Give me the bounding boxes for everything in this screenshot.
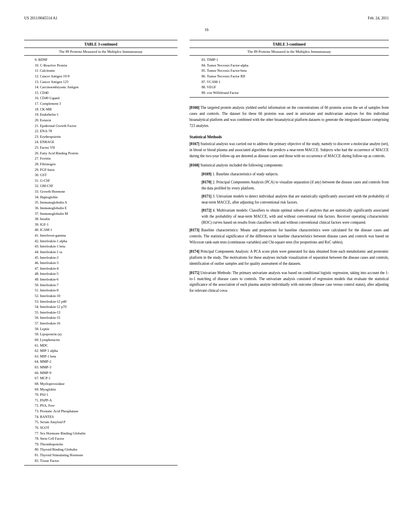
list-item: 76. SGOT: [27, 425, 175, 431]
list-item: 31. G-CSF: [27, 178, 175, 184]
list-item: 44. Interleukin-1 ra: [27, 249, 175, 255]
list-item: 75. Serum Amyloid P: [27, 420, 175, 425]
list-item: 71. PAPP-A: [27, 398, 175, 403]
list-item: 73. Prostatic Acid Phosphatase: [27, 409, 175, 414]
list-item: 30. GST: [27, 172, 175, 178]
paragraph: [0169] 1. Baseline characteristics of st…: [202, 171, 389, 177]
list-item: 22. ENA-78: [27, 129, 175, 134]
list-item: 32. GM-CSF: [27, 183, 175, 189]
paragraph: [0173] Baseline characteristics: Means a…: [190, 227, 389, 245]
list-item: 38. Insulin: [27, 216, 175, 222]
list-item: 54. Interleukin-12 p70: [27, 304, 175, 310]
header-right: Feb. 24, 2011: [368, 16, 389, 20]
list-item: 11. Calcitonin: [27, 68, 175, 74]
list-item: 53. Interleukin-12 p40: [27, 299, 175, 305]
list-item: 51. Interleukin-8: [27, 288, 175, 293]
list-item: 39. IGF-1: [27, 222, 175, 228]
list-item: 49. Interleukin-6: [27, 277, 175, 283]
list-item: 46. Interleukin-3: [27, 260, 175, 266]
list-item: 13. Cancer Antigen 125: [27, 79, 175, 85]
list-item: 77. Sex Hormone Binding Globulin: [27, 431, 175, 436]
right-table: TABLE 3-continued The 89 Proteins Measur…: [190, 40, 389, 98]
page: US 2011/0045514 A1 Feb. 24, 2011 16 TABL…: [0, 0, 413, 532]
list-item: 17. Complement 3: [27, 101, 175, 107]
list-item: 12. Cancer Antigen 19-9: [27, 74, 175, 79]
list-item: 41. Interferon-gamma: [27, 233, 175, 239]
right-table-title: TABLE 3-continued: [190, 40, 389, 48]
paragraph-0166: [0166] The targeted protein analysis yie…: [190, 105, 389, 129]
list-item: 81. Thyroid Stimulating Hormone: [27, 453, 175, 458]
paragraph: [0175] Univariate Methods: The primary u…: [190, 270, 389, 294]
paragraph: [0174] Principal Components Analysis: A …: [190, 249, 389, 267]
list-item: 16. CD40 Ligand: [27, 96, 175, 101]
list-item: 48. Interleukin-5: [27, 271, 175, 277]
list-item: 84. Tumor Necrosis Factor-alpha: [194, 63, 385, 69]
list-item: 89. von Willebrand Factor: [194, 90, 385, 96]
list-item: 58. Leptin: [27, 326, 175, 332]
list-item: 20. Eotaxin: [27, 118, 175, 123]
list-item: 21. Epidermal Growth Factor: [27, 123, 175, 129]
header-left: US 2011/0045514 A1: [24, 16, 58, 20]
paragraph: [0171] 3. Univariate models to detect in…: [202, 193, 389, 206]
list-item: 15. CD40: [27, 90, 175, 96]
section-heading-statistical-methods: Statistical Methods: [190, 135, 389, 139]
list-item: 19. Endothelin-1: [27, 112, 175, 118]
list-item: 74. RANTES: [27, 414, 175, 420]
list-item: 34. Haptoglobin: [27, 195, 175, 200]
list-item: 70. PAI-1: [27, 392, 175, 398]
list-item: 50. Interleukin-7: [27, 283, 175, 288]
list-item: 56. Interleukin-15: [27, 315, 175, 321]
list-item: 62. MIP-1 alpha: [27, 348, 175, 354]
list-item: 26. Fatty Acid Binding Protein: [27, 151, 175, 156]
paragraph: [0172] 4. Multivariate models: Classifie…: [202, 208, 389, 226]
closing-paragraphs: [0173] Baseline characteristics: Means a…: [190, 227, 389, 294]
list-item: 35. Immunoglobulin A: [27, 200, 175, 206]
list-item: 23. Erythropoietin: [27, 134, 175, 140]
header: US 2011/0045514 A1 Feb. 24, 2011: [24, 16, 389, 20]
list-item: 80. Thyroid Binding Globulin: [27, 447, 175, 453]
right-table-subtitle: The 89 Proteins Measured in the Multiple…: [190, 48, 389, 56]
list-item: 85. Tumor Necrosis Factor-beta: [194, 68, 385, 74]
left-table-title: TABLE 3-continued: [24, 40, 177, 48]
list-item: 79. Thrombopoietin: [27, 442, 175, 447]
numbered-list: [0169] 1. Baseline characteristics of st…: [202, 171, 389, 225]
list-item: 37. Immunoglobulin M: [27, 211, 175, 217]
left-table-content: 9. BDNF10. C-Reactive Protein11. Calcito…: [24, 56, 177, 465]
list-item: 52. Interleukin-10: [27, 293, 175, 299]
list-item: 87. VCAM-1: [194, 79, 385, 85]
list-item: 24. ENRAGE: [27, 139, 175, 145]
list-item: 40. ICAM-1: [27, 227, 175, 233]
list-item: 66. MMP-9: [27, 370, 175, 376]
right-table-content: 83. TIMP-184. Tumor Necrosis Factor-alph…: [190, 56, 389, 97]
paragraph: [0170] 2. Principal Components Analysis …: [202, 179, 389, 191]
list-item: 59. Lipoprotein (a): [27, 332, 175, 337]
list-item: 45. Interleukin-2: [27, 255, 175, 261]
list-item: 29. FGF-basic: [27, 167, 175, 173]
list-item: 69. Myoglobin: [27, 387, 175, 393]
list-item: 42. Interleukin-1 alpha: [27, 239, 175, 244]
right-column: TABLE 3-continued The 89 Proteins Measur…: [190, 40, 389, 473]
list-item: 55. Interleukin-13: [27, 310, 175, 316]
two-col-layout: TABLE 3-continued The 89 Proteins Measur…: [24, 40, 389, 473]
list-item: 43. Interleukin-1 beta: [27, 244, 175, 249]
list-item: 61. MDC: [27, 343, 175, 349]
list-item: 18. CK-MB: [27, 107, 175, 112]
list-item: 88. VEGF: [194, 85, 385, 90]
list-item: 65. MMP-3: [27, 365, 175, 370]
list-item: 25. Factor VII: [27, 145, 175, 151]
list-item: 57. Interleukin-16: [27, 321, 175, 326]
list-item: 86. Tumor Necrosis Factor RII: [194, 74, 385, 79]
list-item: 14. Carcinoembryonic Antigen: [27, 85, 175, 90]
left-table-subtitle: The 89 Proteins Measured in the Multiple…: [24, 48, 177, 56]
left-table: TABLE 3-continued The 89 Proteins Measur…: [24, 40, 177, 466]
list-item: 27. Ferritin: [27, 156, 175, 162]
list-item: 68. Myeloperoxidase: [27, 381, 175, 387]
list-item: 10. C-Reactive Protein: [27, 63, 175, 69]
paragraph-0168: [0168] Statistical analysis included the…: [190, 162, 389, 168]
list-item: 9. BDNF: [27, 57, 175, 63]
list-item: 78. Stem Cell Factor: [27, 436, 175, 442]
list-item: 83. TIMP-1: [194, 57, 385, 63]
list-item: 47. Interleukin-4: [27, 266, 175, 272]
list-item: 72. PSA, Free: [27, 403, 175, 409]
list-item: 33. Growth Hormone: [27, 189, 175, 195]
